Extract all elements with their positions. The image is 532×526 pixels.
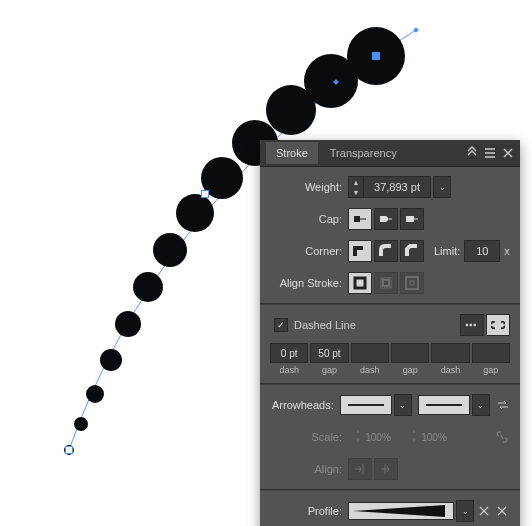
svg-rect-9	[406, 277, 418, 289]
scale-end-value: 100%	[420, 432, 448, 443]
stroke-dash-dot	[100, 349, 122, 371]
limit-label: Limit:	[434, 245, 464, 257]
anchor-end[interactable]	[372, 52, 380, 60]
align-stroke-inside-button	[374, 272, 398, 294]
cap-round-button[interactable]	[374, 208, 398, 230]
cap-butt-button[interactable]	[348, 208, 372, 230]
stroke-dash-dot	[133, 272, 163, 302]
arrowhead-end-select[interactable]	[418, 395, 470, 415]
arrow-align-end-button	[374, 458, 398, 480]
dash-gap-row: dash gap dash gap dash gap	[270, 343, 510, 375]
cap-label: Cap:	[266, 213, 348, 225]
gap-label: gap	[322, 365, 337, 375]
scale-label: Scale:	[266, 431, 348, 443]
dashed-line-label: Dashed Line	[294, 319, 356, 331]
dash-label: dash	[360, 365, 380, 375]
corner-round-button[interactable]	[374, 240, 398, 262]
swap-arrowheads-icon[interactable]	[496, 397, 510, 413]
corner-bevel-button[interactable]	[400, 240, 424, 262]
dash-label: dash	[441, 365, 461, 375]
align-stroke-center-button[interactable]	[348, 272, 372, 294]
arrowhead-end-dropdown[interactable]: ⌄	[472, 394, 490, 416]
stroke-dash-dot	[86, 385, 104, 403]
svg-rect-8	[383, 280, 389, 286]
tab-stroke[interactable]: Stroke	[266, 142, 318, 164]
cap-projecting-button[interactable]	[400, 208, 424, 230]
svg-rect-6	[355, 278, 365, 288]
align-stroke-outside-button	[400, 272, 424, 294]
dash-input-1[interactable]	[270, 343, 308, 363]
svg-rect-1	[354, 216, 360, 222]
arrow-align-tip-button	[348, 458, 372, 480]
collapse-icon[interactable]	[464, 145, 480, 161]
arrowhead-start-dropdown[interactable]: ⌄	[394, 394, 412, 416]
gap-input-3[interactable]	[472, 343, 510, 363]
arrow-scale-start: ▲▼ 100%	[348, 428, 396, 446]
anchor-start[interactable]	[65, 446, 73, 454]
arrow-scale-end: ▲▼ 100%	[404, 428, 452, 446]
stroke-panel: Stroke Transparency Weight: ▲▼ ⌄ Cap:	[260, 140, 520, 526]
dash-input-3[interactable]	[431, 343, 469, 363]
weight-field[interactable]: ▲▼	[348, 176, 431, 198]
weight-input[interactable]	[364, 181, 430, 193]
scale-start-value: 100%	[364, 432, 392, 443]
panel-menu-icon[interactable]	[482, 145, 498, 161]
tab-transparency[interactable]: Transparency	[320, 142, 407, 164]
stroke-dash-dot	[74, 417, 88, 431]
anchor-mid[interactable]	[201, 190, 209, 198]
gap-label: gap	[403, 365, 418, 375]
flip-across-icon[interactable]	[494, 503, 510, 519]
weight-label: Weight:	[266, 181, 348, 193]
dashed-line-checkbox[interactable]: ✓	[274, 318, 288, 332]
stroke-dash-dot	[153, 233, 187, 267]
limit-suffix: x	[500, 245, 510, 257]
profile-label: Profile:	[266, 505, 348, 517]
dash-input-2[interactable]	[351, 343, 389, 363]
svg-rect-10	[410, 281, 414, 285]
corner-miter-button[interactable]	[348, 240, 372, 262]
limit-input[interactable]	[465, 245, 499, 257]
limit-field[interactable]	[464, 240, 500, 262]
close-icon[interactable]	[500, 145, 516, 161]
gap-label: gap	[483, 365, 498, 375]
gap-input-1[interactable]	[310, 343, 348, 363]
gap-input-2[interactable]	[391, 343, 429, 363]
profile-dropdown[interactable]: ⌄	[456, 500, 474, 522]
svg-marker-15	[353, 505, 445, 517]
dash-label: dash	[279, 365, 299, 375]
align-stroke-label: Align Stroke:	[266, 277, 348, 289]
weight-dropdown[interactable]: ⌄	[433, 176, 451, 198]
stroke-dash-dot	[176, 194, 214, 232]
link-scale-icon	[494, 429, 510, 445]
arrowhead-start-select[interactable]	[340, 395, 392, 415]
profile-select[interactable]	[348, 502, 454, 520]
panel-titlebar[interactable]: Stroke Transparency	[260, 140, 520, 167]
dash-align-corners-button[interactable]	[486, 314, 510, 336]
arrow-align-label: Align:	[266, 463, 348, 475]
stroke-dash-dot	[115, 311, 141, 337]
direction-handle[interactable]	[413, 27, 419, 33]
corner-label: Corner:	[266, 245, 348, 257]
flip-along-icon[interactable]	[476, 503, 492, 519]
dash-preserve-exact-button[interactable]	[460, 314, 484, 336]
arrowheads-label: Arrowheads:	[266, 399, 340, 411]
weight-stepper[interactable]: ▲▼	[349, 177, 364, 197]
